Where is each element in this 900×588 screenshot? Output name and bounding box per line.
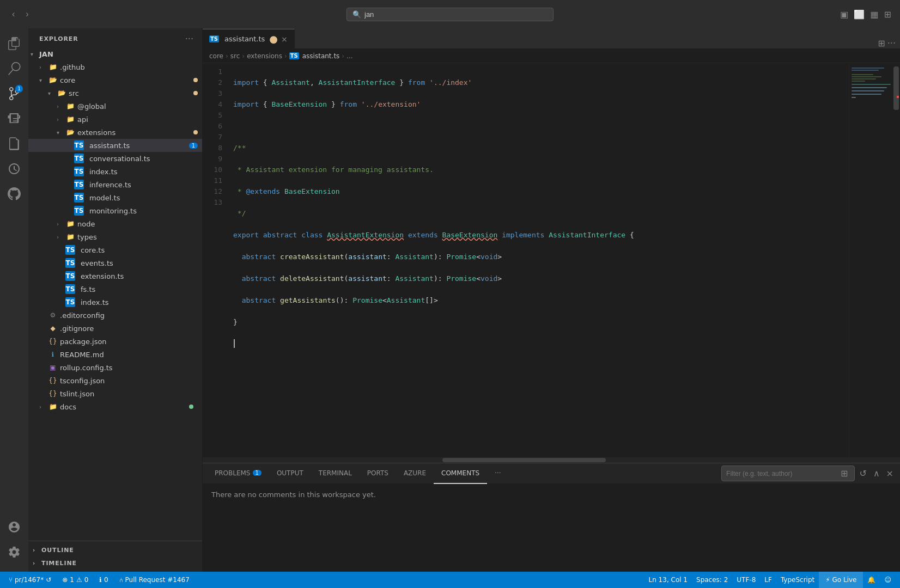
code-line-8: export abstract class AssistantExtension… [233, 230, 849, 241]
line-num-4: 4 [203, 99, 222, 110]
tree-item-extensions[interactable]: ▾ 📂 extensions [28, 126, 202, 139]
tab-ports[interactable]: PORTS [360, 463, 396, 484]
tree-item-src[interactable]: ▾ 📂 src [28, 87, 202, 100]
tree-item-github[interactable]: › 📁 .github [28, 60, 202, 74]
line-num-2: 2 [203, 77, 222, 88]
collapse-panel-button[interactable]: ∧ [871, 467, 882, 480]
pr-item[interactable]: ⑃ Pull Request #1467 [115, 572, 194, 588]
run-debug-icon[interactable] [3, 108, 25, 130]
tree-item-node[interactable]: › 📁 node [28, 217, 202, 230]
split-editor-button[interactable]: ⊞ [878, 38, 885, 48]
tree-item-index-ext[interactable]: › TS index.ts [28, 165, 202, 178]
language-item[interactable]: TypeScript [776, 572, 819, 588]
split-editor-icon[interactable]: ▣ [840, 9, 848, 20]
tree-item-monitoring[interactable]: › TS monitoring.ts [28, 204, 202, 217]
notifications-button[interactable]: 🔔 [863, 572, 880, 588]
tree-item-docs[interactable]: › 📁 docs [28, 400, 202, 413]
src-arrow-icon: ▾ [48, 90, 57, 96]
branch-item[interactable]: ⑂ pr/1467* ↺ [4, 572, 56, 588]
tree-item-events[interactable]: › TS events.ts [28, 256, 202, 270]
extensions-dot [193, 130, 198, 134]
tab-more-button[interactable]: ··· [887, 38, 896, 48]
remote-explorer-icon[interactable] [3, 158, 25, 180]
customize-layout-icon[interactable]: ⊞ [884, 9, 891, 20]
tab-terminal[interactable]: TERMINAL [311, 463, 360, 484]
tab-problems[interactable]: PROBLEMS 1 [207, 463, 269, 484]
scrollbar-thumb[interactable] [893, 66, 899, 110]
tree-item-gitignore[interactable]: › ◆ .gitignore [28, 322, 202, 335]
tree-item-model[interactable]: › TS model.ts [28, 191, 202, 204]
tree-item-package[interactable]: › {} package.json [28, 335, 202, 348]
tree-item-fs[interactable]: › TS fs.ts [28, 283, 202, 296]
tab-close-button[interactable]: × [281, 35, 288, 44]
breadcrumb-filename[interactable]: assistant.ts [302, 52, 340, 60]
tab-azure[interactable]: AZURE [396, 463, 434, 484]
timeline-section[interactable]: › TIMELINE [28, 556, 202, 569]
search-icon: 🔍 [352, 10, 361, 19]
tab-more[interactable]: ··· [487, 463, 508, 484]
tree-item-global[interactable]: › 📁 @global [28, 100, 202, 113]
outline-section[interactable]: › OUTLINE [28, 543, 202, 556]
events-ts-icon: TS [65, 258, 75, 268]
code-content[interactable]: import { Assistant, AssistantInterface }… [229, 63, 849, 457]
tree-item-src-index[interactable]: › TS index.ts [28, 296, 202, 309]
right-scrollbar[interactable] [892, 63, 900, 457]
tree-item-readme[interactable]: › ℹ README.md [28, 348, 202, 361]
settings-icon[interactable] [3, 541, 25, 563]
forward-button[interactable]: › [22, 7, 32, 21]
source-control-icon[interactable]: 1 [3, 83, 25, 105]
tree-item-inference[interactable]: › TS inference.ts [28, 178, 202, 191]
ln-col-item[interactable]: Ln 13, Col 1 [644, 572, 692, 588]
info-item[interactable]: ℹ 0 [95, 572, 112, 588]
breadcrumb-core[interactable]: core [209, 52, 223, 60]
errors-item[interactable]: ⊗ 1 ⚠ 0 [58, 572, 93, 588]
tree-item-tslint[interactable]: › {} tslint.json [28, 387, 202, 400]
filter-box[interactable]: ⊞ [721, 465, 855, 481]
nav-buttons: ‹ › [9, 7, 32, 21]
line-ending-item[interactable]: LF [760, 572, 776, 588]
horizontal-scrollbar[interactable] [203, 457, 900, 463]
explorer-icon[interactable] [3, 33, 25, 54]
h-scroll-thumb[interactable] [442, 458, 606, 462]
tree-item-api[interactable]: › 📁 api [28, 113, 202, 126]
tree-root-jan[interactable]: ▾ JAN [28, 47, 202, 60]
core-folder-icon: 📂 [48, 75, 58, 85]
search-activity-icon[interactable] [3, 58, 25, 79]
search-input[interactable] [364, 10, 548, 19]
breadcrumb-extensions[interactable]: extensions [247, 52, 282, 60]
github-icon[interactable] [3, 183, 25, 205]
outline-arrow-icon: › [33, 547, 41, 553]
code-line-1: import { Assistant, AssistantInterface }… [233, 77, 849, 88]
go-live-button[interactable]: ⚡ Go Live [819, 572, 863, 588]
feedback-button[interactable]: ☺ [880, 572, 896, 588]
tree-item-editorconfig[interactable]: › ⚙ .editorconfig [28, 309, 202, 322]
src-index-ts-icon: TS [65, 297, 75, 307]
tree-item-types[interactable]: › 📁 types [28, 230, 202, 243]
tree-item-core-ts[interactable]: › TS core.ts [28, 243, 202, 256]
tab-comments[interactable]: COMMENTS [434, 463, 487, 484]
back-button[interactable]: ‹ [9, 7, 18, 21]
code-line-11: abstract getAssistants(): Promise<Assist… [233, 295, 849, 306]
encoding-item[interactable]: UTF-8 [732, 572, 760, 588]
close-panel-button[interactable]: × [884, 467, 896, 480]
tree-item-extension[interactable]: › TS extension.ts [28, 270, 202, 283]
explorer-more-button[interactable]: ··· [185, 34, 193, 44]
assistant-ts-icon: TS [74, 140, 84, 150]
search-bar[interactable]: 🔍 [346, 8, 554, 21]
accounts-icon[interactable] [3, 516, 25, 538]
breadcrumb-src[interactable]: src [230, 52, 240, 60]
editor-layout-icon[interactable]: ⬜ [854, 9, 865, 20]
tree-item-core[interactable]: ▾ 📂 core [28, 74, 202, 87]
refresh-button[interactable]: ↺ [857, 467, 868, 480]
tree-item-tsconfig[interactable]: › {} tsconfig.json [28, 374, 202, 387]
tree-item-assistant[interactable]: › TS assistant.ts 1 [28, 139, 202, 152]
tree-item-rollup[interactable]: › ▣ rollup.config.ts [28, 361, 202, 374]
tree-item-conversational[interactable]: › TS conversational.ts [28, 152, 202, 165]
tab-output[interactable]: OUTPUT [269, 463, 311, 484]
extensions-icon[interactable] [3, 133, 25, 155]
tab-assistant[interactable]: TS assistant.ts ● × [203, 29, 295, 48]
spaces-item[interactable]: Spaces: 2 [692, 572, 732, 588]
layout-icon[interactable]: ▦ [870, 9, 878, 20]
ln-col-text: Ln 13, Col 1 [649, 576, 688, 584]
filter-input[interactable] [726, 470, 835, 477]
